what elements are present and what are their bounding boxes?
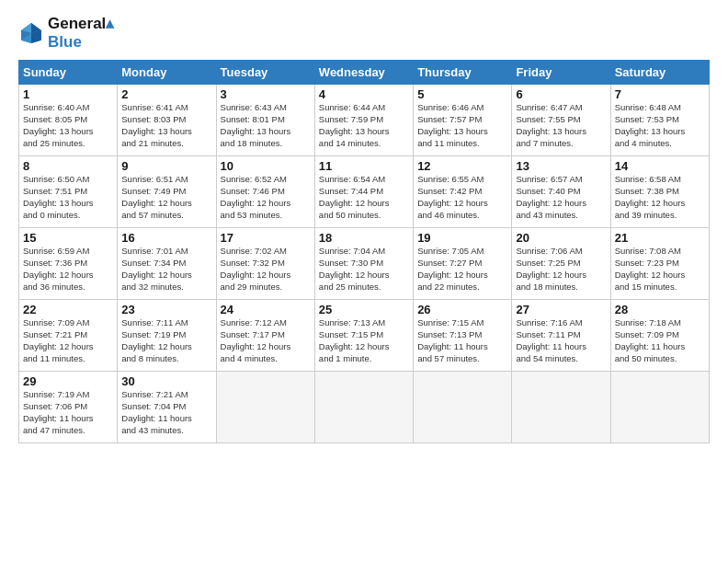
day-cell-21: 21 Sunrise: 7:08 AMSunset: 7:23 PMDaylig…	[610, 228, 709, 300]
day-number: 22	[23, 303, 113, 316]
day-info: Sunrise: 7:12 AMSunset: 7:17 PMDaylight:…	[221, 317, 311, 364]
day-info: Sunrise: 6:48 AMSunset: 7:53 PMDaylight:…	[615, 102, 705, 149]
day-cell-29: 29 Sunrise: 7:19 AMSunset: 7:06 PMDaylig…	[19, 372, 118, 443]
day-info: Sunrise: 7:08 AMSunset: 7:23 PMDaylight:…	[615, 246, 705, 293]
day-info: Sunrise: 6:50 AMSunset: 7:51 PMDaylight:…	[23, 174, 113, 221]
day-info: Sunrise: 6:44 AMSunset: 7:59 PMDaylight:…	[319, 102, 409, 149]
day-info: Sunrise: 7:16 AMSunset: 7:11 PMDaylight:…	[516, 317, 606, 364]
weekday-header-sunday: Sunday	[19, 61, 118, 85]
day-cell-24: 24 Sunrise: 7:12 AMSunset: 7:17 PMDaylig…	[216, 300, 314, 372]
day-info: Sunrise: 6:55 AMSunset: 7:42 PMDaylight:…	[417, 174, 507, 221]
day-cell-25: 25 Sunrise: 7:13 AMSunset: 7:15 PMDaylig…	[314, 300, 413, 372]
day-info: Sunrise: 6:54 AMSunset: 7:44 PMDaylight:…	[319, 174, 409, 221]
day-number: 20	[516, 231, 606, 245]
day-number: 8	[23, 159, 113, 173]
day-info: Sunrise: 7:21 AMSunset: 7:04 PMDaylight:…	[121, 389, 211, 436]
day-number: 27	[516, 303, 606, 316]
day-info: Sunrise: 7:11 AMSunset: 7:19 PMDaylight:…	[121, 317, 211, 364]
day-number: 26	[417, 303, 507, 316]
day-number: 30	[121, 374, 211, 388]
day-number: 24	[221, 303, 311, 316]
day-number: 25	[319, 303, 409, 316]
day-number: 11	[319, 159, 409, 173]
weekday-header-friday: Friday	[512, 61, 610, 85]
day-cell-2: 2 Sunrise: 6:41 AMSunset: 8:03 PMDayligh…	[118, 85, 216, 156]
empty-cell	[512, 372, 610, 443]
day-info: Sunrise: 6:40 AMSunset: 8:05 PMDaylight:…	[23, 102, 113, 149]
day-number: 16	[121, 231, 211, 245]
day-info: Sunrise: 7:09 AMSunset: 7:21 PMDaylight:…	[23, 317, 113, 364]
day-number: 9	[121, 159, 211, 173]
logo-icon	[18, 20, 44, 46]
day-cell-16: 16 Sunrise: 7:01 AMSunset: 7:34 PMDaylig…	[118, 228, 216, 300]
day-info: Sunrise: 6:41 AMSunset: 8:03 PMDaylight:…	[121, 102, 211, 149]
logo-text: General▴ Blue	[48, 15, 114, 51]
day-cell-5: 5 Sunrise: 6:46 AMSunset: 7:57 PMDayligh…	[414, 85, 512, 156]
day-number: 19	[417, 231, 507, 245]
weekday-header-tuesday: Tuesday	[216, 61, 314, 85]
day-info: Sunrise: 7:15 AMSunset: 7:13 PMDaylight:…	[417, 317, 507, 364]
day-number: 5	[417, 87, 507, 101]
day-cell-13: 13 Sunrise: 6:57 AMSunset: 7:40 PMDaylig…	[512, 156, 610, 228]
day-number: 18	[319, 231, 409, 245]
day-info: Sunrise: 7:06 AMSunset: 7:25 PMDaylight:…	[516, 246, 606, 293]
day-info: Sunrise: 7:04 AMSunset: 7:30 PMDaylight:…	[319, 246, 409, 293]
day-cell-18: 18 Sunrise: 7:04 AMSunset: 7:30 PMDaylig…	[314, 228, 413, 300]
day-cell-3: 3 Sunrise: 6:43 AMSunset: 8:01 PMDayligh…	[216, 85, 314, 156]
day-number: 28	[615, 303, 705, 316]
empty-cell	[414, 372, 512, 443]
day-cell-17: 17 Sunrise: 7:02 AMSunset: 7:32 PMDaylig…	[216, 228, 314, 300]
day-number: 23	[121, 303, 211, 316]
day-cell-4: 4 Sunrise: 6:44 AMSunset: 7:59 PMDayligh…	[314, 85, 413, 156]
day-cell-1: 1 Sunrise: 6:40 AMSunset: 8:05 PMDayligh…	[19, 85, 118, 156]
day-cell-9: 9 Sunrise: 6:51 AMSunset: 7:49 PMDayligh…	[118, 156, 216, 228]
day-cell-11: 11 Sunrise: 6:54 AMSunset: 7:44 PMDaylig…	[314, 156, 413, 228]
day-cell-10: 10 Sunrise: 6:52 AMSunset: 7:46 PMDaylig…	[216, 156, 314, 228]
day-cell-14: 14 Sunrise: 6:58 AMSunset: 7:38 PMDaylig…	[610, 156, 709, 228]
weekday-header-wednesday: Wednesday	[314, 61, 413, 85]
day-info: Sunrise: 6:58 AMSunset: 7:38 PMDaylight:…	[615, 174, 705, 221]
day-info: Sunrise: 7:05 AMSunset: 7:27 PMDaylight:…	[417, 246, 507, 293]
week-row-5: 29 Sunrise: 7:19 AMSunset: 7:06 PMDaylig…	[19, 372, 710, 443]
weekday-header-thursday: Thursday	[414, 61, 512, 85]
empty-cell	[610, 372, 709, 443]
day-info: Sunrise: 6:47 AMSunset: 7:55 PMDaylight:…	[516, 102, 606, 149]
weekday-header-monday: Monday	[118, 61, 216, 85]
day-cell-19: 19 Sunrise: 7:05 AMSunset: 7:27 PMDaylig…	[414, 228, 512, 300]
day-number: 10	[221, 159, 311, 173]
day-info: Sunrise: 7:13 AMSunset: 7:15 PMDaylight:…	[319, 317, 409, 364]
day-number: 1	[23, 87, 113, 101]
day-info: Sunrise: 6:59 AMSunset: 7:36 PMDaylight:…	[23, 246, 113, 293]
day-number: 6	[516, 87, 606, 101]
day-number: 3	[221, 87, 311, 101]
day-cell-27: 27 Sunrise: 7:16 AMSunset: 7:11 PMDaylig…	[512, 300, 610, 372]
week-row-4: 22 Sunrise: 7:09 AMSunset: 7:21 PMDaylig…	[19, 300, 710, 372]
day-info: Sunrise: 7:19 AMSunset: 7:06 PMDaylight:…	[23, 389, 113, 436]
day-number: 15	[23, 231, 113, 245]
day-cell-22: 22 Sunrise: 7:09 AMSunset: 7:21 PMDaylig…	[19, 300, 118, 372]
day-info: Sunrise: 7:02 AMSunset: 7:32 PMDaylight:…	[221, 246, 311, 293]
day-cell-7: 7 Sunrise: 6:48 AMSunset: 7:53 PMDayligh…	[610, 85, 709, 156]
day-info: Sunrise: 7:01 AMSunset: 7:34 PMDaylight:…	[121, 246, 211, 293]
day-info: Sunrise: 6:51 AMSunset: 7:49 PMDaylight:…	[121, 174, 211, 221]
day-cell-20: 20 Sunrise: 7:06 AMSunset: 7:25 PMDaylig…	[512, 228, 610, 300]
day-info: Sunrise: 6:43 AMSunset: 8:01 PMDaylight:…	[221, 102, 311, 149]
week-row-3: 15 Sunrise: 6:59 AMSunset: 7:36 PMDaylig…	[19, 228, 710, 300]
empty-cell	[216, 372, 314, 443]
day-cell-30: 30 Sunrise: 7:21 AMSunset: 7:04 PMDaylig…	[118, 372, 216, 443]
day-number: 14	[615, 159, 705, 173]
day-number: 12	[417, 159, 507, 173]
week-row-2: 8 Sunrise: 6:50 AMSunset: 7:51 PMDayligh…	[19, 156, 710, 228]
day-cell-26: 26 Sunrise: 7:15 AMSunset: 7:13 PMDaylig…	[414, 300, 512, 372]
day-number: 7	[615, 87, 705, 101]
day-number: 21	[615, 231, 705, 245]
week-row-1: 1 Sunrise: 6:40 AMSunset: 8:05 PMDayligh…	[19, 85, 710, 156]
day-cell-8: 8 Sunrise: 6:50 AMSunset: 7:51 PMDayligh…	[19, 156, 118, 228]
day-number: 4	[319, 87, 409, 101]
page: General▴ Blue SundayMondayTuesdayWednesd…	[0, 0, 728, 563]
weekday-header-row: SundayMondayTuesdayWednesdayThursdayFrid…	[19, 61, 710, 85]
day-number: 13	[516, 159, 606, 173]
day-cell-6: 6 Sunrise: 6:47 AMSunset: 7:55 PMDayligh…	[512, 85, 610, 156]
day-info: Sunrise: 7:18 AMSunset: 7:09 PMDaylight:…	[615, 317, 705, 364]
day-info: Sunrise: 6:46 AMSunset: 7:57 PMDaylight:…	[417, 102, 507, 149]
